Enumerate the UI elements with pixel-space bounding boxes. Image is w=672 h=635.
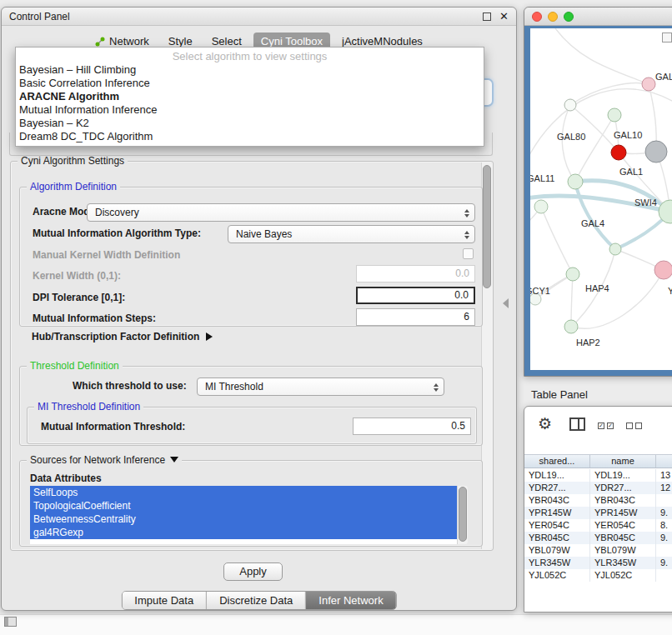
network-edge[interactable] (571, 274, 573, 327)
table-row[interactable]: YBL079W YBL079W (524, 544, 672, 557)
table-row[interactable]: YDL19... YDL19... 13 (524, 469, 672, 482)
network-edge[interactable] (555, 28, 649, 84)
attribute-item-selected[interactable]: BetweennessCentrality (30, 512, 457, 526)
dropdown-item[interactable]: Mutual Information Inference (16, 103, 484, 117)
minimized-panel-icon[interactable] (4, 617, 17, 627)
network-node[interactable] (609, 243, 621, 255)
attribute-item-selected[interactable]: SelfLoops (30, 486, 457, 499)
dropdown-item[interactable]: Basic Correlation Inference (16, 77, 484, 90)
cell: YLR345W (590, 557, 656, 569)
network-edge[interactable] (575, 115, 614, 182)
hub-section-toggle[interactable]: Hub/Transcription Factor Definition (32, 331, 213, 342)
tab-impute-data[interactable]: Impute Data (122, 592, 206, 609)
control-panel-title: Control Panel (9, 11, 483, 22)
mi-type-value: Naive Bayes (236, 228, 292, 240)
attributes-scrollbar-thumb[interactable] (459, 487, 467, 542)
cell: 13 (656, 469, 672, 482)
network-node-label: GAL10 (614, 130, 642, 140)
attributes-scrollbar[interactable] (457, 486, 468, 544)
hub-section-label: Hub/Transcription Factor Definition (32, 331, 199, 342)
dropdown-item[interactable]: Bayesian – K2 (16, 117, 484, 130)
cell: 12 (656, 482, 672, 494)
mi-threshold-definition-title: MI Threshold Definition (34, 401, 143, 412)
network-node[interactable] (534, 200, 548, 213)
column-header[interactable]: shared... (524, 455, 590, 468)
mi-type-label: Mutual Information Algorithm Type: (33, 228, 201, 239)
gear-icon[interactable]: ⚙ (538, 413, 552, 435)
table-row[interactable]: YER054C YER054C 8. (524, 519, 672, 532)
which-threshold-value: MI Threshold (205, 381, 263, 392)
settings-scrollbar-thumb[interactable] (483, 165, 491, 288)
network-edge[interactable] (541, 207, 573, 274)
tab-infer-network[interactable]: Infer Network (305, 592, 395, 609)
attribute-item-selected[interactable]: gal4RGexp (30, 526, 457, 539)
network-node[interactable] (564, 320, 578, 333)
network-node[interactable] (568, 174, 583, 189)
mi-threshold-field[interactable]: 0.5 (353, 418, 471, 435)
desktop-bottom-strip (0, 614, 672, 635)
mi-type-combobox[interactable]: Naive Bayes (228, 225, 475, 243)
combo-arrows-icon (432, 381, 439, 394)
control-panel-window: Control Panel ✕ Network Style Select Cyn… (1, 7, 517, 611)
network-node-red[interactable] (611, 145, 626, 160)
network-canvas[interactable]: GAL8 GAL80 GAL10 GAL11 GAL1 SWI4 GAL4 GC… (530, 28, 672, 370)
network-node[interactable] (566, 268, 579, 281)
dropdown-item[interactable]: Bayesian – Hill Climbing (16, 63, 484, 77)
cell: YBR043C (524, 494, 590, 507)
dropdown-item-selected[interactable]: ARACNE Algorithm (16, 90, 484, 103)
apply-button[interactable]: Apply (223, 562, 283, 581)
cell: 9. (656, 532, 672, 544)
table-row[interactable]: YDR27... YDR27... 12 (524, 482, 672, 494)
kernel-width-field[interactable]: 0.0 (356, 265, 475, 282)
table-row[interactable]: YBR043C YBR043C (524, 494, 672, 507)
network-edge[interactable] (575, 182, 615, 249)
table-columns-icon[interactable] (569, 418, 585, 431)
show-selected-rows-icon[interactable]: ✓✓ (598, 422, 614, 429)
algorithm-definition-title: Algorithm Definition (27, 181, 120, 192)
network-node[interactable] (642, 78, 655, 91)
column-header[interactable]: name (590, 455, 656, 468)
threshold-definition-title: Threshold Definition (27, 360, 123, 372)
network-node[interactable] (654, 261, 672, 279)
panel-collapse-arrow[interactable] (503, 298, 509, 308)
minimize-button[interactable] (548, 12, 558, 22)
cell: YER054C (524, 519, 590, 532)
tab-discretize-data[interactable]: Discretize Data (206, 592, 305, 609)
aracne-mode-combobox[interactable]: Discovery (87, 203, 475, 222)
table-row[interactable]: YBR045C YBR045C 9. (524, 532, 672, 544)
zoom-button[interactable] (564, 12, 574, 22)
manual-kernel-checkbox[interactable] (463, 248, 474, 259)
control-panel-titlebar[interactable]: Control Panel ✕ (2, 8, 516, 26)
network-window-titlebar[interactable] (524, 8, 672, 26)
sources-group-toggle[interactable]: Sources for Network Inference (27, 454, 182, 466)
network-edge[interactable] (571, 270, 664, 328)
network-node-gray[interactable] (645, 141, 667, 162)
which-threshold-combobox[interactable]: MI Threshold (197, 378, 444, 396)
cell: 8. (656, 519, 672, 532)
network-node[interactable] (608, 108, 621, 122)
which-threshold-label: Which threshold to use: (73, 380, 187, 392)
dpi-tolerance-field[interactable]: 0.0 (356, 287, 475, 304)
cell: YBL079W (590, 544, 656, 557)
algorithm-dropdown-popup: Select algorithm to view settings Bayesi… (15, 47, 484, 147)
table-row[interactable]: YLR345W YLR345W 9. (524, 557, 672, 569)
dropdown-item[interactable]: Dream8 DC_TDC Algorithm (16, 130, 484, 143)
network-node-label: GAL4 (581, 218, 604, 228)
network-graph: GAL8 GAL80 GAL10 GAL11 GAL1 SWI4 GAL4 GC… (530, 28, 672, 370)
network-edge[interactable] (562, 105, 575, 182)
close-button[interactable] (532, 12, 542, 22)
mi-steps-field[interactable]: 6 (356, 308, 475, 326)
attribute-item-selected[interactable]: TopologicalCoefficient (30, 499, 457, 512)
mi-threshold-label: Mutual Information Threshold: (41, 421, 185, 432)
network-node[interactable] (564, 99, 576, 111)
close-icon[interactable]: ✕ (499, 12, 509, 22)
float-panel-icon[interactable] (483, 12, 491, 21)
network-node-label: SWI4 (634, 198, 657, 208)
table-row[interactable]: YPR145W YPR145W 9. (524, 507, 672, 519)
column-header[interactable] (656, 455, 672, 468)
show-all-rows-icon[interactable] (626, 422, 642, 429)
table-row[interactable]: YJL052C YJL052C (524, 569, 672, 582)
birdseye-button[interactable] (662, 32, 672, 42)
network-edge[interactable] (570, 83, 649, 105)
cell: YBR045C (524, 532, 590, 544)
